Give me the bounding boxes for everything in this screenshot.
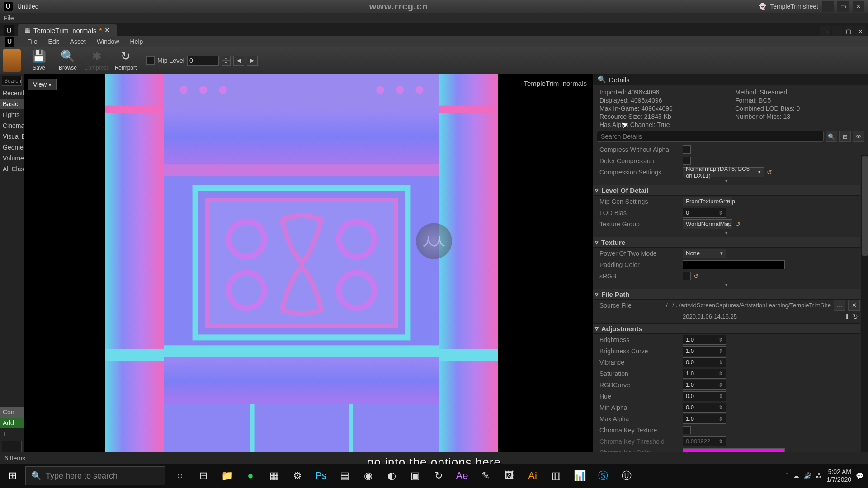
- cortana-icon[interactable]: ○: [169, 465, 191, 487]
- app7-icon[interactable]: 📊: [569, 465, 590, 487]
- src-reload-icon[interactable]: ↻: [853, 313, 858, 320]
- placement-search[interactable]: Search: [2, 76, 22, 86]
- chip-t[interactable]: T: [0, 428, 24, 439]
- mip-down[interactable]: ▼: [222, 61, 231, 66]
- edge-icon[interactable]: ↻: [428, 465, 449, 487]
- close-button[interactable]: ✕: [853, 1, 864, 12]
- dd-csettings[interactable]: Normalmap (DXT5, BC5 on DX11): [683, 167, 764, 177]
- tray-cloud-icon[interactable]: ☁: [793, 472, 799, 479]
- num-minalpha[interactable]: 0.0: [683, 403, 726, 413]
- app5-icon[interactable]: ✎: [475, 465, 496, 487]
- num-brightness[interactable]: 1.0: [683, 335, 726, 345]
- src-dl-icon[interactable]: ⬇: [844, 313, 850, 320]
- section-lod[interactable]: ▿Level Of Detail: [593, 185, 860, 196]
- compress-button[interactable]: ✱Compress: [83, 47, 110, 74]
- save-button[interactable]: 💾Save: [25, 47, 52, 74]
- app1-icon[interactable]: ▦: [263, 465, 285, 487]
- tray-vol-icon[interactable]: 🔊: [804, 472, 811, 479]
- details-scrollbar[interactable]: [861, 155, 868, 488]
- num-hue[interactable]: 0.0: [683, 391, 726, 401]
- details-tab[interactable]: Details: [609, 76, 630, 84]
- section-texture[interactable]: ▿Texture: [593, 237, 860, 248]
- num-saturation[interactable]: 1.0: [683, 369, 726, 379]
- tray-net-icon[interactable]: 🖧: [816, 472, 822, 479]
- miplevel-input[interactable]: [187, 56, 219, 66]
- max-inner-button[interactable]: ▢: [844, 26, 854, 36]
- cat-geom[interactable]: Geomet: [0, 142, 24, 153]
- app6-icon[interactable]: ▥: [545, 465, 567, 487]
- src-clear[interactable]: ✕: [848, 300, 860, 311]
- minimize-inner-button[interactable]: —: [832, 26, 842, 36]
- steam-icon[interactable]: ⚙: [287, 465, 308, 487]
- ghost-icon[interactable]: 👻: [759, 3, 766, 10]
- dd-mipgen[interactable]: FromTextureGroup: [683, 197, 732, 206]
- start-button[interactable]: ⊞: [0, 464, 25, 488]
- spotify-icon[interactable]: ●: [240, 465, 261, 487]
- app4-icon[interactable]: ▣: [404, 465, 426, 487]
- chrome-icon[interactable]: ◉: [357, 465, 379, 487]
- reimport-button[interactable]: ↻Reimport: [112, 47, 139, 74]
- expand-lod[interactable]: ▾: [593, 230, 860, 236]
- dd-texgroup[interactable]: WorldNormalMap: [683, 219, 732, 229]
- miplevel-checkbox[interactable]: [146, 56, 155, 65]
- cat-recent[interactable]: Recently: [0, 88, 24, 99]
- taskbar-search[interactable]: 🔍Type here to search: [25, 466, 165, 485]
- num-maxalpha[interactable]: 1.0: [683, 414, 726, 424]
- chk-defer[interactable]: [683, 157, 691, 165]
- maximize-button[interactable]: ▭: [837, 1, 849, 12]
- ae-icon[interactable]: Ae: [451, 465, 473, 487]
- reset-srgb[interactable]: ↺: [693, 272, 699, 280]
- menu-asset[interactable]: Asset: [70, 38, 86, 45]
- close-inner-button[interactable]: ✕: [855, 26, 865, 36]
- tab-texture-editor[interactable]: ▦ TempleTrim_normals * ✕: [18, 24, 117, 36]
- minimize-button[interactable]: —: [822, 1, 834, 12]
- chk-cwa[interactable]: [683, 145, 691, 154]
- search-btn-icon[interactable]: 🔍: [826, 131, 837, 142]
- tray-chevron-icon[interactable]: ˄: [785, 472, 788, 479]
- num-lodbias[interactable]: 0: [683, 208, 726, 218]
- taskview-icon[interactable]: ⊟: [193, 465, 214, 487]
- texture-viewport[interactable]: View▾ TempleTrim_normals: [24, 74, 593, 487]
- chip-con[interactable]: Con: [0, 407, 24, 418]
- chk-chroma[interactable]: [683, 426, 691, 434]
- photos-icon[interactable]: 🖼: [498, 465, 520, 487]
- mip-up[interactable]: ▲: [222, 56, 231, 61]
- menu-help[interactable]: Help: [130, 38, 143, 45]
- menu-edit[interactable]: Edit: [48, 38, 59, 45]
- num-rgbcurve[interactable]: 1.0: [683, 380, 726, 390]
- menu-window[interactable]: Window: [97, 38, 119, 45]
- ps-icon[interactable]: Ps: [310, 465, 332, 487]
- ue4-icon[interactable]: Ⓤ: [616, 465, 637, 487]
- dock-button[interactable]: ▭: [820, 26, 830, 36]
- num-brightcurve[interactable]: 1.0: [683, 346, 726, 356]
- cat-volumes[interactable]: Volumes: [0, 153, 24, 164]
- details-search[interactable]: [597, 131, 824, 142]
- matrix-icon[interactable]: ⊞: [839, 131, 851, 142]
- menu-file-inner[interactable]: File: [27, 38, 38, 45]
- cat-cinema[interactable]: Cinema: [0, 120, 24, 131]
- chip-add[interactable]: Add: [0, 418, 24, 428]
- dd-pot[interactable]: None: [683, 249, 726, 258]
- cat-lights[interactable]: Lights: [0, 109, 24, 120]
- view-dropdown[interactable]: View▾: [28, 79, 57, 90]
- chk-srgb[interactable]: [683, 272, 691, 280]
- app2-icon[interactable]: ▤: [334, 465, 355, 487]
- section-filepath[interactable]: ▿File Path: [593, 289, 860, 300]
- eye-icon[interactable]: 👁: [853, 131, 864, 142]
- app3-icon[interactable]: ◐: [381, 465, 402, 487]
- ai-icon[interactable]: Ai: [522, 465, 543, 487]
- section-adjust[interactable]: ▿Adjustments: [593, 323, 860, 334]
- mip-next[interactable]: ▶: [247, 56, 258, 66]
- reset-texgroup[interactable]: ↺: [735, 221, 741, 228]
- expand-texture[interactable]: ▾: [593, 282, 860, 288]
- skype-icon[interactable]: Ⓢ: [592, 465, 614, 487]
- menu-file[interactable]: File: [4, 14, 14, 22]
- tray-notif-icon[interactable]: 💬: [856, 472, 863, 479]
- cat-visual[interactable]: Visual E: [0, 131, 24, 142]
- num-vibrance[interactable]: 0.0: [683, 357, 726, 367]
- mip-prev[interactable]: ◀: [233, 56, 244, 66]
- color-padding[interactable]: [683, 260, 785, 269]
- src-browse[interactable]: …: [834, 300, 845, 311]
- browse-button[interactable]: 🔍Browse: [54, 47, 81, 74]
- tab-close-icon[interactable]: ✕: [104, 26, 110, 34]
